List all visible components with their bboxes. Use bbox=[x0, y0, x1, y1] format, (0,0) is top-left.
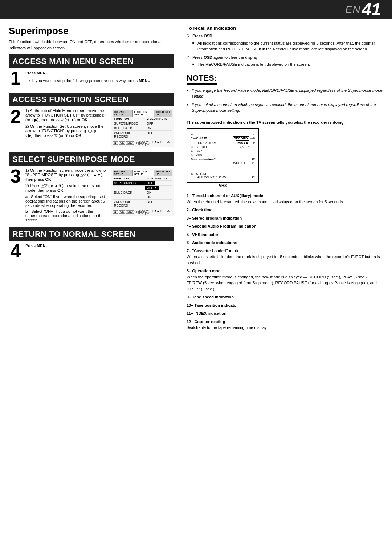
icon-ok-2: OK bbox=[119, 210, 125, 214]
step-4-press: Press MENU. bbox=[25, 243, 174, 249]
tv-row-left-time: THU 12:00 AM bbox=[191, 141, 216, 145]
row-blueback-label-2b bbox=[113, 195, 145, 199]
row-blueback-val-2: ON bbox=[145, 190, 153, 195]
step-1-header: ACCESS MAIN MENU SCREEN bbox=[9, 54, 174, 68]
ind-title-1: 1– Tuned-in channel or AUX(iliary) mode bbox=[187, 194, 263, 198]
indicator-8: 8– Operation mode When the operation mod… bbox=[187, 268, 383, 292]
tv-row-vhs: 5—VHS bbox=[191, 153, 255, 157]
row-superimpose-val-1: OFF bbox=[145, 121, 155, 126]
row-superimpose-val-2b: OFF ► bbox=[145, 186, 159, 190]
recall-step-1-bullets: All indications corresponding to the cur… bbox=[192, 40, 383, 52]
step-2-screen: HDD/VHS SET UP FUNCTION SET UP INITIAL S… bbox=[111, 109, 174, 147]
row-audio-val-2: OFF bbox=[145, 200, 155, 208]
step-3-header: SELECT SUPERIMPOSE MODE bbox=[9, 152, 174, 166]
step-1-number: 1 bbox=[9, 69, 23, 87]
tv-row-right-pause: PAUSE —9 bbox=[236, 140, 255, 145]
indicator-6: 6– Audio mode indications bbox=[187, 240, 383, 246]
ind-title-11: 11– INDEX indication bbox=[187, 311, 226, 315]
recall-step-2-bullet-1: The RECORD/PAUSE indication is left disp… bbox=[192, 61, 383, 68]
tv-label-7: 7 bbox=[253, 132, 255, 136]
step-2-instruction-2: 2) On the Function Set Up screen, move t… bbox=[25, 124, 108, 138]
screen-row-audio-1: 2ND AUDIO RECORD OFF bbox=[113, 131, 172, 139]
step-3-number: 3 bbox=[9, 167, 23, 186]
screen-row-superimpose-2: SUPERIMPOSE OFF bbox=[113, 181, 172, 186]
tv-row-right-record: RECORD —8 bbox=[233, 136, 255, 141]
ind-desc-1: When the channel is changed, the new cha… bbox=[187, 200, 344, 204]
tv-label-12: ——12 bbox=[246, 176, 255, 179]
row-superimpose-label-2b bbox=[113, 186, 145, 190]
tv-screen: 1 7 2—CH 125 RECORD —8 bbox=[187, 128, 259, 183]
tv-screen-wrapper: 1 7 2—CH 125 RECORD —8 bbox=[187, 128, 259, 188]
ind-title-12: 12– Counter reading bbox=[187, 319, 225, 324]
step-2-number: 2 bbox=[9, 107, 23, 126]
ind-title-4: 4– Second Audio Program indication bbox=[187, 224, 256, 228]
step-1-block: ACCESS MAIN MENU SCREEN 1 Press MENU. If… bbox=[9, 54, 174, 89]
step-3-title: SELECT SUPERIMPOSE MODE bbox=[12, 155, 135, 164]
right-column: To recall an indication ① Press OSD. All… bbox=[183, 25, 383, 333]
indicator-12: 12– Counter reading Switchable to the ta… bbox=[187, 319, 383, 331]
indicator-4: 4– Second Audio Program indication bbox=[187, 223, 383, 229]
col-video-header-2: VIDEO INPUTS bbox=[145, 176, 168, 180]
row-superimpose-val-2: OFF bbox=[145, 181, 155, 185]
tv-hifi-row: ——HI-FI COUNT -1:23:45 ——12 bbox=[191, 176, 255, 179]
page-header: EN 41 bbox=[0, 0, 392, 19]
recall-step-2-num: ② bbox=[187, 54, 190, 60]
notes-title: NOTES: bbox=[187, 73, 217, 85]
recall-step-2: ② Press OSD again to clear the display. … bbox=[187, 54, 383, 68]
step-1-title: ACCESS MAIN MENU SCREEN bbox=[12, 57, 134, 66]
step-4-block: RETURN TO NORMAL SCREEN 4 Press MENU. bbox=[9, 227, 174, 262]
step-4-title: RETURN TO NORMAL SCREEN bbox=[12, 229, 135, 239]
tv-sap: 4—SAP bbox=[191, 149, 202, 153]
row-audio-label-1: 2ND AUDIO RECORD bbox=[113, 131, 145, 139]
ind-title-6: 6– Audio mode indications bbox=[187, 240, 237, 245]
screen-row-header-1: FUNCTION VIDEO INPUTS bbox=[113, 117, 172, 121]
tv-pause: PAUSE bbox=[236, 140, 249, 145]
step-1-press: Press MENU. bbox=[25, 70, 174, 76]
recall-step-1-bullet-1: All indications corresponding to the cur… bbox=[192, 40, 383, 52]
step-2-with-image: 1) At the top of Main Menu screen, move … bbox=[25, 109, 174, 147]
tv-row-index: INDEX-1——11 bbox=[191, 161, 255, 165]
step-2-title: ACCESS FUNCTION SCREEN bbox=[12, 95, 128, 104]
tv-row-left-ch: 2—CH 125 bbox=[191, 136, 207, 141]
notes-list: If you engage the Record Pause mode, REC… bbox=[187, 87, 383, 114]
tv-vhs: 5—VHS bbox=[191, 153, 202, 157]
step-4-content: Press MENU. bbox=[25, 243, 174, 250]
indicator-9: 9– Tape speed indication bbox=[187, 294, 383, 300]
tv-row-time-pause: THU 12:00 AM PAUSE —9 bbox=[191, 140, 255, 145]
left-column: Superimpose This function, switchable be… bbox=[9, 25, 183, 333]
step-2-body: 2 1) At the top of Main Menu screen, mov… bbox=[9, 106, 174, 149]
step-2-block: ACCESS FUNCTION SCREEN 2 1) At the top o… bbox=[9, 93, 174, 148]
tv-bottom-rows: 6—NORM ——HI-FI COUNT -1:23:45 ——12 bbox=[191, 172, 255, 179]
tab-initial-2: INITIAL SET UP bbox=[154, 170, 172, 176]
tv-index: INDEX-1——11 bbox=[233, 161, 255, 165]
step-1-bullet: If you want to stop the following proced… bbox=[29, 78, 174, 84]
step-3-screen: HDD/VHS SET UP FUNCTION SET UP INITIAL S… bbox=[111, 168, 174, 216]
step-2-text: 1) At the top of Main Menu screen, move … bbox=[25, 109, 108, 138]
step-3-body: 3 1) On the Function screen, move the ar… bbox=[9, 166, 174, 224]
tv-time: THU 12:00 AM bbox=[196, 141, 216, 145]
screen-row-superimpose-1: SUPERIMPOSE OFF bbox=[113, 121, 172, 126]
icon-ok-1: OK bbox=[119, 141, 125, 145]
row-superimpose-label-1: SUPERIMPOSE bbox=[113, 121, 145, 126]
step-3-note-b: b– Select "OFF" if you do not want the s… bbox=[25, 209, 108, 222]
tv-ch: 2—CH 125 bbox=[191, 137, 207, 140]
row-blueback-val-1: ON bbox=[145, 126, 153, 130]
row-superimpose-label-2: SUPERIMPOSE bbox=[113, 181, 145, 185]
screen-row-superimpose-2b: OFF ► bbox=[113, 186, 172, 190]
page-number: 41 bbox=[362, 1, 381, 18]
step-1-content: Press MENU. If you want to stop the foll… bbox=[25, 70, 174, 85]
step-3-instruction-2: 2) Press △▽ (or ▲▼) to select the desire… bbox=[25, 183, 108, 192]
tv-label-9: —9 bbox=[250, 141, 255, 145]
row-blueback-label-2: BLUE BACK bbox=[113, 190, 145, 195]
tv-label-8: —8 bbox=[250, 137, 255, 140]
screen-icons-1: ▣ OK END bbox=[113, 141, 134, 145]
screen-footer-text-2: SELECT WITH [▼▲◄] THEN PRESS [OK] bbox=[136, 209, 172, 215]
screen-row-audio-2: 2ND AUDIO RECORD OFF bbox=[113, 200, 172, 208]
col-function-header-2: FUNCTION bbox=[113, 176, 145, 180]
ind-title-8: 8– Operation mode bbox=[187, 269, 223, 273]
tv-norm-label: 6—NORM bbox=[191, 172, 206, 176]
ind-title-5: 5– VHS indicator bbox=[187, 232, 218, 237]
screen-image-2: HDD/VHS SET UP FUNCTION SET UP INITIAL S… bbox=[111, 168, 174, 216]
tab-function-2: FUNCTION SET UP bbox=[133, 170, 154, 176]
indicator-2: 2– Clock time bbox=[187, 207, 383, 213]
